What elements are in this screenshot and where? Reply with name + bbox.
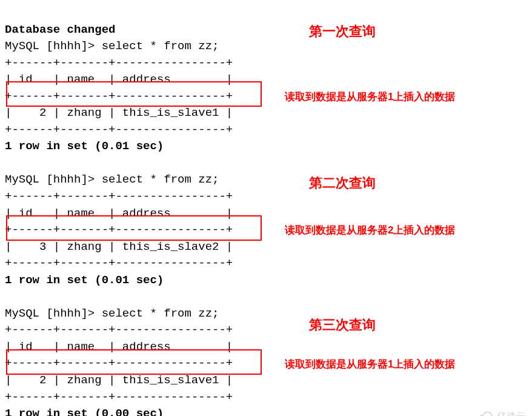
db-changed: Database changed <box>5 23 115 36</box>
query-2-header: | id | name | address | <box>5 207 233 220</box>
query-3-prompt: MySQL [hhhh]> select * from zz; <box>5 307 219 320</box>
query-1-footer: 1 row in set (0.01 sec) <box>5 139 164 153</box>
query-3-border-bot: +------+-------+----------------+ <box>5 391 233 404</box>
query-2-border-bot: +------+-------+----------------+ <box>5 257 233 270</box>
annotation-title-1: 第一次查询 <box>309 22 376 41</box>
query-3-header: | id | name | address | <box>5 340 233 354</box>
query-1-row: | 2 | zhang | this_is_slave1 | <box>5 106 233 119</box>
query-3-footer: 1 row in set (0.00 sec) <box>5 407 164 416</box>
query-2-prompt: MySQL [hhhh]> select * from zz; <box>5 173 219 186</box>
watermark: 亿速云 <box>479 409 526 416</box>
query-1-header: | id | name | address | <box>5 73 233 86</box>
query-1-prompt: MySQL [hhhh]> select * from zz; <box>5 39 219 53</box>
query-2-footer: 1 row in set (0.01 sec) <box>5 273 164 287</box>
annotation-title-2: 第二次查询 <box>309 173 376 193</box>
annotation-note-1: 读取到数据是从服务器1上插入的数据 <box>285 90 455 105</box>
watermark-text: 亿速云 <box>497 409 526 416</box>
query-2-border-mid: +------+-------+----------------+ <box>5 223 233 237</box>
query-3-border-top: +------+-------+----------------+ <box>5 323 233 337</box>
annotation-title-3: 第三次查询 <box>309 315 376 335</box>
annotation-note-3: 读取到数据是从服务器1上插入的数据 <box>285 357 455 372</box>
annotation-note-2: 读取到数据是从服务器2上插入的数据 <box>285 223 455 238</box>
query-2-border-top: +------+-------+----------------+ <box>5 190 233 203</box>
query-3-border-mid: +------+-------+----------------+ <box>5 357 233 370</box>
query-2-row: | 3 | zhang | this_is_slave2 | <box>5 240 233 253</box>
query-1-border-mid: +------+-------+----------------+ <box>5 90 233 103</box>
cloud-icon <box>479 412 494 416</box>
query-1-border-top: +------+-------+----------------+ <box>5 56 233 70</box>
query-1-border-bot: +------+-------+----------------+ <box>5 123 233 136</box>
terminal-block-1: Database changed MySQL [hhhh]> select * … <box>5 5 527 416</box>
query-3-row: | 2 | zhang | this_is_slave1 | <box>5 374 233 387</box>
